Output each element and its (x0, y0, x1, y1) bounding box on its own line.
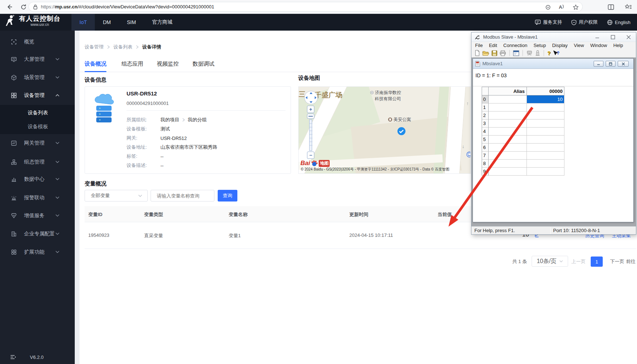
tab-config-app[interactable]: 组态应用 (121, 60, 143, 67)
menu-help[interactable]: Help (613, 43, 623, 48)
sidebar-item-gateway[interactable]: 网关管理 (0, 136, 75, 150)
tab-video-monitor[interactable]: 视频监控 (157, 60, 179, 67)
map-zoom-track[interactable] (309, 120, 312, 151)
favorites-bar-icon[interactable] (625, 4, 632, 10)
close-icon[interactable] (622, 33, 635, 41)
collapse-sidebar-icon[interactable] (10, 355, 16, 359)
sidebar-item-enterprise[interactable]: 企业专属配置 (0, 227, 75, 241)
grid-row-2[interactable]: 2 (482, 111, 564, 120)
minimize-icon[interactable] (591, 33, 603, 41)
sidebar-item-datacenter[interactable]: 数据中心 (0, 172, 75, 187)
grid-header-row: Alias 00000 (482, 87, 564, 95)
sidebar-item-extensions[interactable]: 扩展功能 (0, 245, 75, 259)
menu-file[interactable]: File (475, 43, 483, 48)
save-icon[interactable] (492, 50, 497, 56)
breadcrumb-device-mgmt[interactable]: 设备管理 (85, 44, 104, 50)
language-switch[interactable]: English (607, 20, 630, 25)
sidebar-item-overview[interactable]: 概览 (0, 35, 75, 49)
mbslave1-child-window[interactable]: Mbslave1 ID = 1: F = 03 Alias 00000 0 (473, 58, 634, 222)
breadcrumb-device-list[interactable]: 设备列表 (113, 44, 132, 50)
menu-connection[interactable]: Connection (503, 43, 527, 48)
query-button[interactable]: 查询 (218, 190, 237, 201)
nav-tab-sim[interactable]: SIM (119, 14, 144, 31)
grid-row-6[interactable]: 6 (482, 144, 564, 152)
search-input[interactable] (156, 193, 207, 199)
context-help-icon[interactable]: ? (553, 50, 560, 56)
map-zoom-in-button[interactable]: + (307, 106, 314, 113)
grid-row-7[interactable]: 7 (482, 152, 564, 160)
sidebar-item-device-list[interactable]: 设备列表 (0, 106, 75, 120)
top-nav: IoT DM SIM 官方商城 (71, 14, 180, 31)
grid-row-9[interactable]: 9 (482, 168, 564, 176)
sidebar-item-bigscreen[interactable]: 大屏管理 (0, 52, 75, 67)
new-file-icon[interactable] (474, 50, 480, 56)
grid-row-0[interactable]: 0 10 (482, 95, 564, 103)
child-title-bar[interactable]: Mbslave1 (473, 59, 633, 69)
page-size-select[interactable]: 10条/页 (532, 256, 568, 267)
modbus-window-title: Modbus Slave - Mbslave1 (483, 34, 538, 40)
modbus-slave-window[interactable]: Modbus Slave - Mbslave1 File Edit Connec… (471, 32, 636, 235)
map-zoom-out-button[interactable]: − (307, 152, 314, 159)
variable-type-select[interactable]: 全部变量 (85, 190, 148, 201)
breadcrumb: 设备管理 设备列表 设备详情 (85, 44, 161, 50)
address-bar[interactable]: https://mp.usr.cn/#/cloud/device/ViewDev… (28, 2, 583, 12)
split-screen-icon[interactable] (608, 4, 614, 10)
child-minimize-icon[interactable] (594, 61, 603, 67)
device-monitor-icon[interactable] (535, 50, 540, 56)
sidebar-item-scene[interactable]: 场景管理 (0, 70, 75, 85)
sidebar-item-device-mgmt[interactable]: 设备管理 (0, 88, 75, 103)
comm-settings-icon[interactable] (526, 50, 533, 56)
permission-link[interactable]: 用户权限 (571, 19, 598, 26)
child-close-icon[interactable] (618, 61, 629, 67)
tab-device-overview[interactable]: 设备概况 (85, 60, 106, 67)
baidu-map[interactable]: 三 千盛广场 济南振华数控 科技有限公司 美安公寓 + − ↑ ↓ Bai (298, 86, 471, 174)
grid-row-3[interactable]: 3 (482, 120, 564, 128)
grid-row-8[interactable]: 8 (482, 160, 564, 168)
refresh-icon[interactable] (19, 3, 28, 11)
modbus-title-bar[interactable]: Modbus Slave - Mbslave1 (471, 32, 636, 42)
grid-row-5[interactable]: 5 (482, 136, 564, 144)
child-restore-icon[interactable] (606, 61, 615, 67)
sidebar-item-device-template[interactable]: 设备模板 (0, 120, 75, 133)
menu-window[interactable]: Window (590, 43, 607, 48)
maximize-icon[interactable] (607, 33, 619, 41)
location-icon[interactable] (545, 4, 551, 10)
prev-page-button[interactable]: 上一页 (571, 258, 586, 265)
help-icon[interactable]: ? (547, 50, 551, 56)
url-text: https://mp.usr.cn/#/cloud/device/ViewDev… (41, 4, 214, 9)
tab-data-debug[interactable]: 数据调试 (193, 60, 214, 67)
grid-col-alias: Alias (489, 87, 527, 95)
modbus-register-grid[interactable]: Alias 00000 0 10 1 2 3 (482, 87, 564, 176)
menu-view[interactable]: View (574, 43, 584, 48)
grid-row-1[interactable]: 1 (482, 103, 564, 111)
section-title-variables: 变量概况 (85, 180, 106, 187)
map-pan-control[interactable] (304, 90, 318, 105)
grid-row-4[interactable]: 4 (482, 128, 564, 136)
open-file-icon[interactable] (482, 50, 489, 56)
sidebar-item-value-added[interactable]: 增值服务 (0, 208, 75, 223)
print-icon[interactable] (500, 50, 506, 56)
menu-setup[interactable]: Setup (533, 43, 546, 48)
brand-logo[interactable]: 有人云控制台 www.usr.cn (5, 15, 61, 27)
toolbar-separator (509, 50, 510, 56)
chevron-down-icon (55, 178, 59, 180)
back-icon[interactable] (5, 3, 14, 11)
nav-tab-dm[interactable]: DM (95, 14, 119, 31)
sidebar-item-config[interactable]: 组态管理 (0, 155, 75, 169)
favorite-star-icon[interactable] (573, 4, 579, 10)
map-label-company: 济南振华数控 科技有限公司 (370, 90, 401, 102)
support-link[interactable]: 服务支持 (535, 19, 562, 26)
screen-icon (11, 56, 17, 62)
read-aloud-icon[interactable]: A (559, 4, 565, 10)
map-zoom-handle[interactable] (307, 114, 314, 119)
current-page-button[interactable]: 1 (591, 257, 603, 267)
display-setup-icon[interactable] (513, 50, 519, 56)
nav-tab-iot[interactable]: IoT (71, 14, 95, 31)
cell-updated-time: 2024-04-15 10:17:11 (349, 232, 393, 238)
variable-search-input[interactable] (151, 190, 214, 201)
next-page-button[interactable]: 下一页 (610, 258, 624, 265)
menu-edit[interactable]: Edit (489, 43, 497, 48)
nav-tab-mall[interactable]: 官方商城 (144, 14, 180, 31)
sidebar-item-alarm[interactable]: 报警联动 (0, 191, 75, 205)
menu-display[interactable]: Display (552, 43, 568, 48)
